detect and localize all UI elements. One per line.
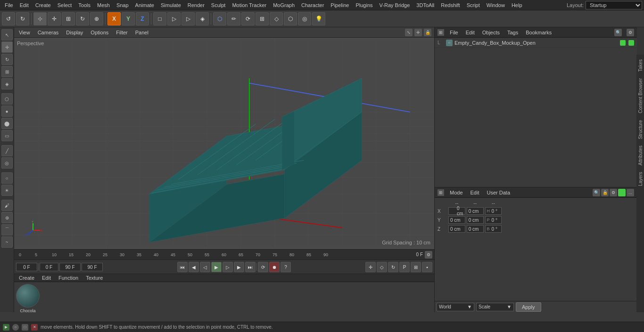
fcurve-button[interactable]: ↻ xyxy=(388,262,398,272)
attr-lock-icon[interactable]: 🔒 xyxy=(601,189,609,196)
scale-tool-button[interactable]: ⊞ xyxy=(62,12,75,25)
light-button[interactable]: 💡 xyxy=(312,12,325,25)
start-frame-input[interactable] xyxy=(40,263,58,271)
menu-file[interactable]: File xyxy=(2,1,16,9)
sidebar-light-icon[interactable]: ☀ xyxy=(1,185,13,196)
prev-keyframe-button[interactable]: ◁ xyxy=(200,262,210,272)
sidebar-smooth-icon[interactable]: ~ xyxy=(1,236,13,248)
menu-tools[interactable]: Tools xyxy=(75,1,93,9)
end-frame2-input[interactable] xyxy=(82,263,103,271)
attr-y-pos-field[interactable]: 0 cm xyxy=(448,216,465,224)
redo-button[interactable]: ↻ xyxy=(16,12,29,25)
viewport-menu-options[interactable]: Options xyxy=(89,29,110,36)
menu-motion-tracker[interactable]: Motion Tracker xyxy=(229,1,269,9)
menu-edit[interactable]: Edit xyxy=(17,1,32,9)
object-row-1[interactable]: L ○ Empty_Candy_Box_Mockup_Open xyxy=(435,38,637,48)
vtab-attributes[interactable]: Attributes xyxy=(637,143,644,168)
menu-help[interactable]: Help xyxy=(509,1,525,9)
record-help-button[interactable]: ? xyxy=(281,262,291,272)
prev-frame-button[interactable]: ◀ xyxy=(189,262,199,272)
select-tool-button[interactable]: ⊹ xyxy=(33,12,47,25)
move-tool-button[interactable]: ✛ xyxy=(48,12,61,25)
current-frame-input[interactable] xyxy=(16,263,37,271)
play-button[interactable]: ▶ xyxy=(211,262,222,272)
loop-button[interactable]: ⟳ xyxy=(258,262,268,272)
material-menu-function[interactable]: Function xyxy=(57,274,80,282)
status-square-button[interactable]: □ xyxy=(22,324,28,331)
sidebar-poly-icon[interactable]: ◈ xyxy=(1,78,13,89)
viewport-menu-view[interactable]: View xyxy=(17,29,32,36)
material-menu-edit[interactable]: Edit xyxy=(40,274,53,282)
menu-simulate[interactable]: Simulate xyxy=(158,1,184,9)
objects-menu-tags[interactable]: Tags xyxy=(505,29,520,36)
grid-tc-button[interactable]: ⊞ xyxy=(411,262,421,272)
go-start-button[interactable]: ⏮ xyxy=(177,262,188,272)
objects-config-icon[interactable]: ⚙ xyxy=(627,29,634,36)
sidebar-sphere-icon[interactable]: ● xyxy=(1,105,13,117)
objects-menu-bookmarks[interactable]: Bookmarks xyxy=(524,29,553,36)
menu-animate[interactable]: Animate xyxy=(132,1,157,9)
attr-z-pos-field[interactable]: 0 cm xyxy=(448,225,465,233)
uvw-mode-button[interactable]: ◈ xyxy=(196,12,209,25)
keyframe-button[interactable]: ◇ xyxy=(377,262,387,272)
sidebar-plane-icon[interactable]: ▭ xyxy=(1,130,13,141)
object-mode-button[interactable]: □ xyxy=(153,12,166,25)
menu-script[interactable]: Script xyxy=(464,1,483,9)
menu-mesh[interactable]: Mesh xyxy=(94,1,113,9)
menu-3dtoall[interactable]: 3DToAll xyxy=(413,1,437,9)
sidebar-paint-icon[interactable]: 🖌 xyxy=(1,200,13,211)
attr-config-icon[interactable]: ⚙ xyxy=(610,189,617,196)
loop-button[interactable]: ⟳ xyxy=(241,12,255,25)
move-tool-tc-button[interactable]: ✛ xyxy=(365,262,376,272)
go-end-button[interactable]: ⏭ xyxy=(245,262,256,272)
rotate-tool-button[interactable]: ↻ xyxy=(76,12,89,25)
attr-z-rot-field[interactable]: 0 cm xyxy=(467,225,484,233)
cube-button[interactable]: ⬡ xyxy=(213,12,226,25)
sidebar-bend-icon[interactable]: ⌒ xyxy=(1,224,13,235)
sidebar-scale-icon[interactable]: ⊞ xyxy=(1,66,13,77)
viewport-menu-cameras[interactable]: Cameras xyxy=(36,29,61,36)
x-axis-button[interactable]: X xyxy=(107,12,121,25)
menu-mograph[interactable]: MoGraph xyxy=(270,1,297,9)
z-axis-button[interactable]: Z xyxy=(136,12,149,25)
attr-menu-userdata[interactable]: User Data xyxy=(485,189,512,196)
pen-button[interactable]: ✏ xyxy=(227,12,240,25)
viewport-3d[interactable]: Perspective Grid Spacing : 10 cm X Y Z xyxy=(14,38,434,249)
vtab-structure[interactable]: Structure xyxy=(637,117,644,142)
material-menu-texture[interactable]: Texture xyxy=(84,274,105,282)
apply-button[interactable]: Apply xyxy=(516,302,541,312)
attr-menu-mode[interactable]: Mode xyxy=(448,189,465,196)
render-tc-button[interactable]: ▪ xyxy=(422,262,432,272)
viewport-menu-panel[interactable]: Panel xyxy=(133,29,150,36)
timeline-ruler[interactable]: 0 5 10 15 20 25 30 35 40 45 50 55 60 65 … xyxy=(14,250,434,260)
record-button[interactable]: ⏺ xyxy=(269,262,280,272)
end-frame-input[interactable] xyxy=(59,263,81,271)
y-axis-button[interactable]: Y xyxy=(122,12,135,25)
viewport-menu-display[interactable]: Display xyxy=(64,29,85,36)
sidebar-rotate-icon[interactable]: ↻ xyxy=(1,54,13,65)
world-dropdown[interactable]: World ▼ xyxy=(437,303,474,311)
objects-menu-edit[interactable]: Edit xyxy=(464,29,477,36)
sidebar-cursor-icon[interactable]: ↖ xyxy=(1,29,13,40)
edge-mode-button[interactable]: ▷ xyxy=(167,12,181,25)
menu-sculpt[interactable]: Sculpt xyxy=(208,1,229,9)
viewport-expand-icon[interactable]: ⤡ xyxy=(405,29,413,36)
attr-menu-edit[interactable]: Edit xyxy=(469,189,481,196)
status-close-icon[interactable]: ✕ xyxy=(31,324,38,331)
attr-active-dot[interactable] xyxy=(618,189,626,196)
brush-button[interactable]: ◇ xyxy=(270,12,283,25)
menu-render[interactable]: Render xyxy=(185,1,207,9)
attr-search-icon[interactable]: 🔍 xyxy=(593,189,600,196)
attr-x-pos-field[interactable]: 0 cm xyxy=(448,207,465,215)
extrude-button[interactable]: ⊞ xyxy=(256,12,269,25)
target-button[interactable]: ◎ xyxy=(298,12,311,25)
menu-select[interactable]: Select xyxy=(55,1,75,9)
vtab-takes[interactable]: Takes xyxy=(637,57,644,74)
object-render-dot[interactable] xyxy=(628,40,634,46)
menu-snap[interactable]: Snap xyxy=(114,1,132,9)
camera-button[interactable]: ⬡ xyxy=(284,12,297,25)
sidebar-cylinder-icon[interactable]: ⬤ xyxy=(1,118,13,129)
next-keyframe-button[interactable]: ▷ xyxy=(223,262,233,272)
attr-more-icon[interactable]: … xyxy=(627,189,634,196)
layout-select[interactable]: Startup xyxy=(586,1,642,9)
